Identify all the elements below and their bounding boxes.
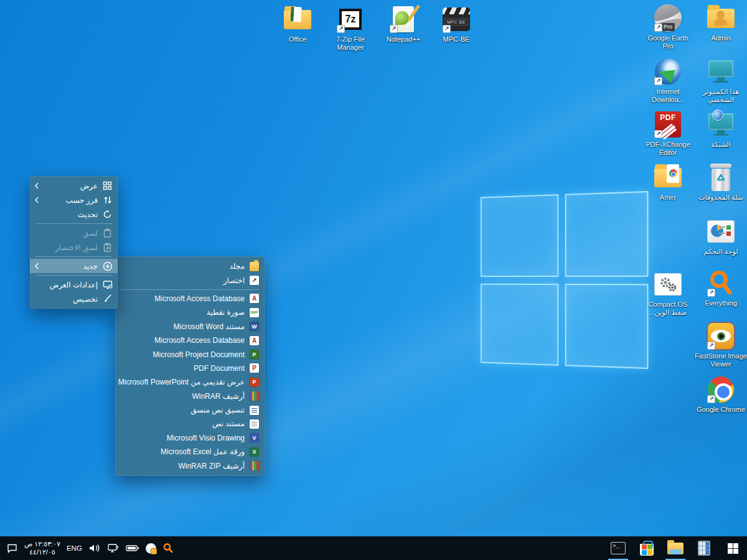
pdf-editor-icon: PDF↗ <box>654 110 682 139</box>
start-button[interactable] <box>718 536 747 560</box>
wallpaper-windows-logo <box>481 191 648 369</box>
command-prompt-icon: >_ <box>611 542 626 554</box>
submenu-item-access-2[interactable]: AMicrosoft Access Database <box>115 334 265 347</box>
desktop-icon-faststone[interactable]: ↗ FastStone Image Viewer <box>695 322 747 368</box>
submenu-item-pdf[interactable]: PPDF Document <box>115 362 265 375</box>
menu-item-display-settings[interactable]: إعدادات العرض <box>30 278 118 292</box>
excel-file-icon: X <box>250 447 259 457</box>
taskbar-calculator[interactable] <box>690 536 718 560</box>
desktop-icon-amer-folder[interactable]: Amer <box>643 163 693 202</box>
desktop-icon-idm[interactable]: ↗ Internet Downloa... <box>643 57 693 104</box>
calculator-icon <box>698 541 710 556</box>
desktop-icon-compact-os[interactable]: Compact OS ضغط الوين... <box>643 270 693 317</box>
action-center-icon[interactable] <box>6 543 18 554</box>
antivirus-ball-icon[interactable] <box>146 543 156 554</box>
access-file-icon: A <box>250 294 259 303</box>
paste-shortcut-icon <box>102 242 113 253</box>
shortcut-arrow-icon: ↗ <box>654 130 662 138</box>
desktop-icon-pdf-xchange[interactable]: PDF↗ PDF-XChange Editor <box>643 110 693 157</box>
folder-icon <box>250 262 259 271</box>
bitmap-file-icon: BMP <box>250 308 259 317</box>
icon-label: Everything <box>705 299 737 307</box>
desktop-icon-recycle-bin[interactable]: سلة المحذوفات <box>695 163 747 202</box>
context-menu: عرض فرز حسب تحديث لصق لصق الاختصار جديد <box>30 176 118 309</box>
submenu-item-rtf[interactable]: تنسيق نص منسق <box>115 403 265 417</box>
submenu-item-text[interactable]: مستند نص <box>115 417 265 431</box>
menu-item-new[interactable]: جديد <box>30 259 118 273</box>
desktop-icon-notepadpp[interactable]: ↗ Notepad++ <box>378 5 428 44</box>
icon-label: الشبكة <box>711 141 731 149</box>
icon-label-line2: ضغط الوين... <box>649 309 687 317</box>
submenu-item-access[interactable]: AMicrosoft Access Database <box>115 292 265 306</box>
submenu-item-visio[interactable]: VMicrosoft Visio Drawing <box>115 431 265 445</box>
menu-item-view[interactable]: عرض <box>30 179 118 193</box>
shortcut-arrow-icon: ↗ <box>390 25 398 33</box>
desktop-icon-network[interactable]: الشبكة <box>695 110 747 149</box>
speaker-icon[interactable] <box>88 543 101 553</box>
shortcut-arrow-icon: ↗ <box>443 25 451 33</box>
menu-item-paste-shortcut[interactable]: لصق الاختصار <box>30 240 118 254</box>
desktop-icon-admin-folder[interactable]: Admin <box>695 4 747 42</box>
menu-item-paste[interactable]: لصق <box>30 226 118 240</box>
desktop-icon-office[interactable]: Office <box>273 5 322 44</box>
network-icon <box>707 110 735 139</box>
icon-label: PDF-XChange Editor <box>643 141 693 157</box>
submenu-item-word[interactable]: Wمستند Microsoft Word <box>115 320 265 334</box>
access-file-icon: A <box>250 336 259 345</box>
system-tray: ١٢:٥٣:٠٧ ص ٤٤/١٢/٠٥ ENG <box>6 536 174 560</box>
pro-badge: Pro <box>661 23 675 31</box>
menu-item-personalize[interactable]: تخصيص <box>30 292 118 306</box>
new-plus-icon <box>102 261 113 271</box>
desktop-icon-this-pc[interactable]: هذا الكمبيوتر الشخصي <box>695 57 747 104</box>
icon-label: FastStone Image Viewer <box>695 352 747 368</box>
taskbar-pinned-apps: >_ <box>604 536 747 560</box>
desktop-icon-everything[interactable]: ↗ Everything <box>695 269 747 307</box>
chevron-left-icon <box>34 263 39 269</box>
icon-label: Office <box>289 35 307 44</box>
7zip-icon: 7z↗ <box>336 5 365 34</box>
folder-icon <box>283 5 312 34</box>
submenu-item-excel[interactable]: Xورقة عمل Microsoft Excel <box>115 445 265 459</box>
submenu-item-powerpoint[interactable]: Pعرض تقديمي من Microsoft PowerPoint <box>115 375 265 389</box>
taskbar: ١٢:٥٣:٠٧ ص ٤٤/١٢/٠٥ ENG >_ <box>0 536 747 560</box>
search-magnifier-icon[interactable] <box>162 543 174 554</box>
recycle-bin-icon <box>707 163 735 192</box>
taskbar-microsoft-store[interactable] <box>632 536 661 560</box>
menu-separator <box>121 289 259 290</box>
network-display-icon[interactable] <box>107 543 120 553</box>
desktop-icon-7zip[interactable]: 7z↗ 7-Zip File Manager <box>326 5 375 52</box>
gears-icon <box>654 270 682 299</box>
taskbar-file-explorer[interactable] <box>661 536 690 560</box>
folder-icon <box>654 163 682 192</box>
display-settings-icon <box>102 279 113 290</box>
icon-label: Admin <box>711 34 730 42</box>
desktop-icon-chrome[interactable]: ↗ Google Chrome <box>695 375 747 414</box>
submenu-item-winrar[interactable]: أرشيف WinRAR <box>115 390 265 403</box>
submenu-item-winrar-zip[interactable]: أرشيف WinRAR ZIP <box>115 459 265 472</box>
text-file-icon <box>250 419 259 429</box>
winrar-file-icon <box>250 461 259 470</box>
menu-separator <box>35 256 112 257</box>
submenu-item-bitmap[interactable]: BMPصورة نقطية <box>115 306 265 319</box>
menu-item-sort-by[interactable]: فرز حسب <box>30 193 118 207</box>
language-indicator[interactable]: ENG <box>67 544 82 552</box>
shortcut-arrow-icon: ↗ <box>337 25 345 33</box>
submenu-item-folder[interactable]: مجلد <box>115 259 265 273</box>
desktop-icon-google-earth-pro[interactable]: Pro ↗ Google Earth Pro <box>643 4 693 50</box>
icon-label: Google Chrome <box>697 406 745 414</box>
taskbar-clock[interactable]: ١٢:٥٣:٠٧ ص ٤٤/١٢/٠٥ <box>24 540 60 556</box>
icon-label: Notepad++ <box>387 35 420 44</box>
globe-icon: Pro ↗ <box>654 4 682 32</box>
desktop-icon-mpcbe[interactable]: MPC BE↗ MPC-BE <box>431 5 481 44</box>
chrome-icon: ↗ <box>707 375 735 404</box>
desktop[interactable]: Office 7z↗ 7-Zip File Manager ↗ Notepad+… <box>0 0 747 560</box>
submenu-item-project[interactable]: PMicrosoft Project Document <box>115 347 265 361</box>
windows-logo-icon <box>728 543 738 554</box>
taskbar-command-prompt[interactable]: >_ <box>604 536 632 560</box>
shortcut-arrow-icon: ↗ <box>654 77 662 85</box>
desktop-icon-control-panel[interactable]: لوحة التحكم <box>695 217 747 256</box>
menu-item-refresh[interactable]: تحديث <box>30 207 118 222</box>
submenu-item-shortcut[interactable]: ↗اختصار <box>115 273 265 287</box>
sort-icon <box>102 195 113 205</box>
battery-icon[interactable] <box>126 544 139 553</box>
